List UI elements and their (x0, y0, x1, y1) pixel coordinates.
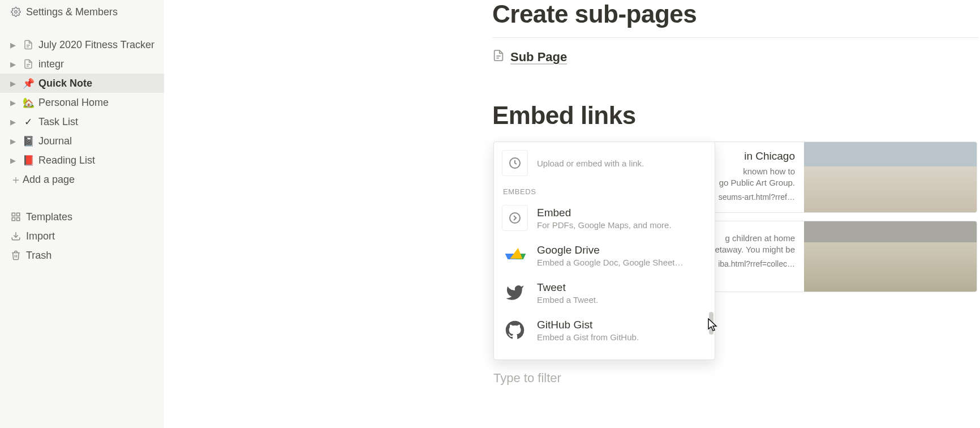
book-icon: 📓 (23, 135, 34, 147)
page-label: Personal Home (38, 97, 158, 109)
block-menu-scroll[interactable]: Upload or embed with a link. EMBEDS Embe… (494, 142, 715, 359)
embed-icon (502, 205, 528, 231)
block-option-text: Upload or embed with a link. (537, 159, 644, 168)
block-menu-popup: Upload or embed with a link. EMBEDS Embe… (493, 142, 715, 360)
block-option-text: Embed For PDFs, Google Maps, and more. (537, 207, 672, 230)
chevron-right-icon[interactable]: ▶ (10, 41, 18, 49)
page-label: integr (38, 58, 158, 70)
chevron-right-icon[interactable]: ▶ (10, 137, 18, 145)
block-option-text: Tweet Embed a Tweet. (537, 281, 598, 305)
page-label: Quick Note (38, 78, 158, 89)
block-option-title: Google Drive (537, 244, 684, 256)
import-icon (10, 231, 22, 241)
trash-label: Trash (26, 250, 158, 262)
sidebar-item-reading-list[interactable]: ▶ 📕 Reading List (0, 151, 164, 170)
settings-label: Settings & Members (26, 6, 158, 18)
svg-point-0 (15, 11, 18, 14)
block-option-desc: Embed a Tweet. (537, 295, 598, 305)
block-option-text: GitHub Gist Embed a Gist from GitHub. (537, 319, 639, 342)
import-link[interactable]: Import (0, 226, 164, 246)
gear-icon (10, 7, 22, 17)
sidebar-item-quick-note[interactable]: ▶ 📌 Quick Note (0, 74, 164, 93)
house-icon: 🏡 (23, 97, 34, 109)
page-content: Create sub-pages Sub Page Embed links (492, 0, 979, 139)
block-option-google-drive[interactable]: Google Drive Embed a Google Doc, Google … (494, 237, 715, 274)
bookmark-image (804, 221, 977, 292)
block-option-embed[interactable]: Embed For PDFs, Google Maps, and more. (494, 199, 715, 237)
sidebar-pages: ▶ July 2020 Fitness Tracker ▶ integr ▶ 📌… (0, 35, 164, 189)
import-label: Import (26, 230, 158, 242)
sidebar-item-july-2020[interactable]: ▶ July 2020 Fitness Tracker (0, 35, 164, 54)
sidebar-item-journal[interactable]: ▶ 📓 Journal (0, 131, 164, 151)
block-option-desc: Embed a Google Doc, Google Sheet… (537, 258, 684, 267)
block-option-title: Tweet (537, 281, 598, 294)
page-label: July 2020 Fitness Tracker (38, 39, 158, 51)
sidebar-bottom: Templates Import Trash (0, 207, 164, 265)
heading-create-subpages: Create sub-pages (492, 0, 979, 28)
templates-label: Templates (26, 211, 158, 223)
page-label: Task List (38, 116, 158, 128)
svg-rect-8 (17, 218, 20, 221)
svg-rect-5 (12, 213, 15, 216)
chevron-right-icon[interactable]: ▶ (10, 79, 18, 88)
add-page-button[interactable]: ＋ Add a page (0, 170, 164, 189)
trash-icon (10, 250, 22, 260)
block-option-desc: Upload or embed with a link. (537, 159, 644, 168)
templates-link[interactable]: Templates (0, 207, 164, 226)
chevron-right-icon[interactable]: ▶ (10, 99, 18, 107)
block-option-github-gist[interactable]: GitHub Gist Embed a Gist from GitHub. (494, 311, 715, 349)
app-root: Settings & Members ▶ July 2020 Fitness T… (0, 0, 980, 428)
block-option-desc: Embed a Gist from GitHub. (537, 332, 639, 342)
subpage-label: Sub Page (510, 50, 567, 65)
block-option-desc: For PDFs, Google Maps, and more. (537, 220, 672, 230)
sidebar-item-integr[interactable]: ▶ integr (0, 54, 164, 74)
page-label: Journal (38, 135, 158, 147)
page-icon (23, 59, 34, 69)
sidebar-item-personal-home[interactable]: ▶ 🏡 Personal Home (0, 93, 164, 112)
scrollbar-thumb[interactable] (709, 312, 713, 335)
bookmark-image (804, 142, 977, 212)
svg-point-13 (510, 213, 520, 223)
page-icon (492, 49, 505, 65)
google-drive-icon (502, 242, 528, 268)
block-option-title: Embed (537, 207, 672, 219)
svg-rect-6 (17, 213, 20, 216)
sidebar: Settings & Members ▶ July 2020 Fitness T… (0, 0, 164, 428)
upload-icon (502, 150, 528, 176)
sidebar-item-task-list[interactable]: ▶ ✓ Task List (0, 112, 164, 131)
heading-embed-links: Embed links (492, 101, 979, 130)
settings-members-link[interactable]: Settings & Members (0, 2, 164, 22)
main-content: Create sub-pages Sub Page Embed links in… (164, 0, 980, 428)
chevron-right-icon[interactable]: ▶ (10, 118, 18, 126)
svg-rect-7 (12, 218, 15, 221)
block-option-text: Google Drive Embed a Google Doc, Google … (537, 244, 684, 267)
trash-link[interactable]: Trash (0, 246, 164, 265)
chevron-right-icon[interactable]: ▶ (10, 156, 18, 165)
chevron-right-icon[interactable]: ▶ (10, 60, 18, 69)
block-option-upload[interactable]: Upload or embed with a link. (494, 142, 715, 182)
block-menu-filter-input[interactable] (493, 368, 714, 388)
github-icon (502, 317, 528, 343)
add-page-label: Add a page (23, 174, 158, 186)
templates-icon (10, 212, 22, 222)
plus-icon: ＋ (10, 172, 18, 187)
block-option-title: GitHub Gist (537, 319, 639, 331)
twitter-icon (502, 280, 528, 306)
subpage-link[interactable]: Sub Page (492, 49, 567, 65)
block-option-tweet[interactable]: Tweet Embed a Tweet. (494, 274, 715, 311)
block-menu-section-label: EMBEDS (494, 182, 715, 199)
divider (492, 37, 979, 38)
checkmark-icon: ✓ (23, 116, 34, 128)
page-label: Reading List (38, 155, 158, 166)
pin-icon: 📌 (23, 78, 34, 89)
book-red-icon: 📕 (23, 155, 34, 166)
page-icon (23, 40, 34, 50)
